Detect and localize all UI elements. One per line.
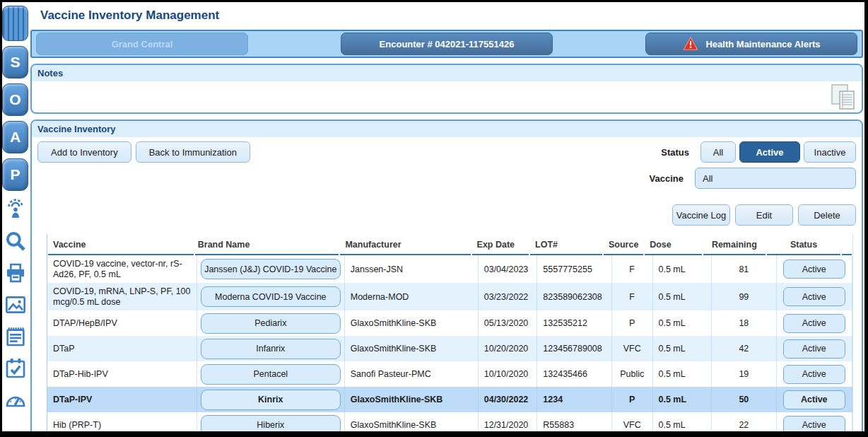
remaining-cell: 81: [711, 255, 775, 283]
inventory-table: Vaccine Brand Name Manufacturer Exp Date…: [47, 234, 853, 431]
brand-name-cell: Pentacel: [197, 361, 344, 387]
filler-cell: [852, 336, 852, 361]
source-cell: VFC: [611, 412, 652, 431]
vaccine-log-button[interactable]: Vaccine Log: [672, 204, 730, 226]
inventory-table-header: Vaccine Brand Name Manufacturer Exp Date…: [47, 234, 852, 255]
source-cell: Public: [611, 361, 652, 387]
lot-cell: 1234: [536, 387, 611, 412]
status-button[interactable]: Active: [783, 339, 845, 359]
status-cell: Active: [776, 336, 852, 361]
col-source: Source: [603, 234, 644, 255]
header-bar: Grand Central Encounter # 042021-1175514…: [30, 30, 863, 58]
brand-name-cell: Moderna COVID-19 Vaccine: [197, 283, 344, 310]
status-filter-group: All Active Inactive: [700, 141, 856, 163]
sidebar-item-objective[interactable]: O: [2, 83, 28, 116]
print-icon[interactable]: [2, 260, 28, 286]
dose-cell: 0.5 mL: [652, 310, 712, 336]
filler-cell: [852, 255, 852, 283]
search-icon[interactable]: [2, 228, 28, 255]
grand-central-button[interactable]: Grand Central: [36, 33, 248, 55]
vaccine-cell: DTaP: [47, 336, 197, 361]
dictation-icon[interactable]: [2, 196, 28, 223]
health-maintenance-alerts-button[interactable]: Health Maintenance Alerts: [645, 33, 857, 55]
status-button[interactable]: Active: [783, 416, 845, 432]
sidebar-item-assessment[interactable]: A: [2, 121, 28, 153]
brand-name-cell: Kinrix: [197, 387, 344, 412]
exp-date-cell: 10/10/2020: [478, 361, 537, 387]
exp-date-cell: 03/04/2023: [478, 255, 537, 283]
manufacturer-cell: Moderna-MOD: [344, 283, 478, 310]
vaccine-cell: DTaP-Hib-IPV: [47, 361, 197, 387]
table-row[interactable]: COVID-19, mRNA, LNP-S, PF, 100 mcg/0.5 m…: [47, 283, 852, 310]
table-row[interactable]: DTaP-Hib-IPVPentacelSanofi Pasteur-PMC10…: [47, 361, 852, 387]
vaccine-filter-dropdown[interactable]: All: [695, 168, 856, 189]
notes-panel: Notes: [30, 64, 863, 114]
brand-name-button[interactable]: Hiberix: [201, 415, 341, 432]
vaccine-cell: DTAP/HepB/IPV: [47, 310, 197, 336]
image-icon[interactable]: [2, 291, 28, 318]
brand-name-button[interactable]: Pentacel: [201, 364, 341, 385]
table-row[interactable]: DTaP-IPVKinrixGlaxoSmithKline-SKB04/30/2…: [47, 387, 852, 412]
manufacturer-cell: GlaxoSmithKline-SKB: [344, 412, 478, 431]
exp-date-cell: 04/30/2022: [478, 387, 537, 412]
paste-notes-icon[interactable]: [829, 83, 857, 111]
status-button[interactable]: Active: [783, 314, 845, 333]
table-row[interactable]: Hib (PRP-T)HiberixGlaxoSmithKline-SKB12/…: [47, 412, 852, 431]
table-row[interactable]: DTAP/HepB/IPVPediarixGlaxoSmithKline-SKB…: [47, 310, 852, 336]
vaccine-cell: DTaP-IPV: [47, 387, 197, 412]
dose-cell: 0.5 mL: [652, 283, 712, 310]
gauge-icon[interactable]: [2, 387, 28, 414]
status-inactive-button[interactable]: Inactive: [804, 141, 856, 163]
col-dose: Dose: [644, 234, 703, 255]
table-row[interactable]: DTaPInfanrixGlaxoSmithKline-SKB10/20/202…: [47, 336, 852, 361]
edit-button[interactable]: Edit: [735, 204, 793, 226]
remaining-cell: 18: [711, 310, 775, 336]
filler-cell: [852, 387, 852, 412]
brand-name-button[interactable]: Pediarix: [201, 313, 341, 334]
brand-name-cell: Hiberix: [197, 412, 344, 431]
status-button[interactable]: Active: [783, 365, 845, 384]
exp-date-cell: 05/13/2020: [478, 310, 537, 336]
sidebar-item-subjective[interactable]: S: [2, 46, 28, 78]
calendar-check-icon[interactable]: [2, 355, 28, 382]
brand-name-button[interactable]: Moderna COVID-19 Vaccine: [201, 286, 341, 307]
status-cell: Active: [776, 310, 852, 336]
blinds-icon[interactable]: [2, 6, 28, 41]
add-to-inventory-button[interactable]: Add to Inventory: [37, 141, 131, 163]
status-active-button[interactable]: Active: [739, 141, 800, 163]
delete-button[interactable]: Delete: [798, 204, 856, 226]
manufacturer-cell: GlaxoSmithKline-SKB: [344, 310, 478, 336]
source-cell: P: [611, 387, 652, 412]
encounter-button[interactable]: Encounter # 042021-117551426: [341, 33, 553, 55]
brand-name-cell: Pediarix: [197, 310, 344, 336]
brand-name-button[interactable]: Kinrix: [201, 390, 341, 410]
status-cell: Active: [776, 283, 852, 310]
dose-cell: 0.5 mL: [652, 387, 712, 412]
lot-cell: 132435466: [536, 361, 611, 387]
notes-body[interactable]: [32, 81, 862, 112]
notes-title: Notes: [32, 65, 862, 81]
col-remaining: Remaining: [703, 234, 766, 255]
table-row[interactable]: COVID-19 vaccine, vector-nr, rS-Ad26, PF…: [47, 255, 852, 283]
filler-cell: [852, 412, 852, 431]
lot-cell: 823589062308: [536, 283, 611, 310]
brand-name-cell: Infanrix: [197, 336, 344, 361]
remaining-cell: 50: [711, 387, 775, 412]
status-button[interactable]: Active: [783, 287, 845, 306]
col-filler: [841, 234, 852, 255]
manufacturer-cell: Janssen-JSN: [344, 255, 478, 283]
page-title: Vaccine Inventory Management: [40, 8, 863, 23]
lot-cell: 5557775255: [536, 255, 611, 283]
col-brand-name: Brand Name: [194, 234, 340, 255]
sidebar-item-plan[interactable]: P: [2, 158, 28, 191]
back-to-immunization-button[interactable]: Back to Immunization: [136, 141, 250, 163]
status-button[interactable]: Active: [783, 260, 845, 279]
status-all-button[interactable]: All: [700, 141, 736, 163]
brand-name-button[interactable]: Infanrix: [201, 339, 341, 359]
dose-cell: 0.5 mL: [652, 255, 712, 283]
notepad-icon[interactable]: [2, 323, 28, 350]
vaccine-filter-label: Vaccine: [650, 173, 684, 184]
brand-name-button[interactable]: Janssen (J&J) COVID-19 Vaccine: [201, 259, 341, 279]
main-content: Vaccine Inventory Management Grand Centr…: [32, 2, 864, 431]
status-button[interactable]: Active: [783, 390, 845, 409]
